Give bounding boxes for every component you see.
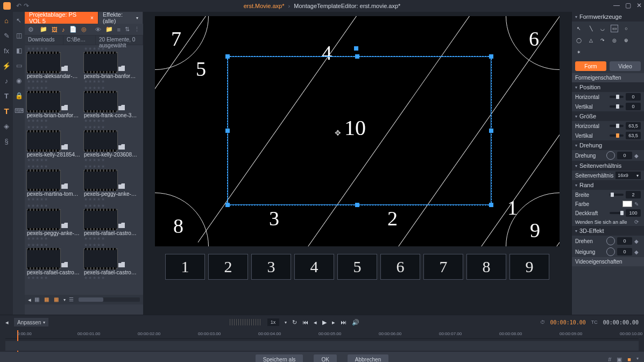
sect-videoeig[interactable]: Videoeigenschaften bbox=[572, 257, 644, 266]
handle-e[interactable] bbox=[489, 129, 493, 133]
scrub-bar[interactable] bbox=[230, 319, 262, 325]
aspect-select[interactable]: 16x9▾ bbox=[615, 172, 641, 179]
doc-icon[interactable]: 📄 bbox=[69, 26, 77, 33]
color-swatch[interactable] bbox=[622, 201, 632, 207]
val-pos-h[interactable]: 0 bbox=[626, 93, 641, 101]
record-icon[interactable]: ■ bbox=[627, 356, 631, 363]
zoom-dropdown-icon[interactable]: ▾ bbox=[285, 320, 287, 325]
form-button[interactable]: Form bbox=[575, 61, 606, 71]
triangle-icon[interactable]: △ bbox=[587, 37, 595, 44]
view-dropdown-icon[interactable]: ▾ bbox=[63, 297, 66, 302]
ellipse-icon[interactable]: ◯ bbox=[575, 37, 583, 44]
go-start-icon[interactable]: ⏮ bbox=[302, 319, 308, 325]
keyframe-slot[interactable]: 3 bbox=[251, 254, 291, 280]
slider-size-v[interactable] bbox=[610, 134, 624, 137]
tool-home-icon[interactable]: ⌂ bbox=[2, 16, 11, 25]
keyframe-slot[interactable]: 4 bbox=[294, 254, 334, 280]
more-dropdown-icon[interactable]: ▾ bbox=[636, 356, 639, 363]
undo-icon[interactable]: ↶ bbox=[16, 2, 22, 10]
tool-fx-icon[interactable]: fx bbox=[2, 46, 11, 55]
media-item[interactable]: ★★★★★pexels-kelly-203608…★★★★★ bbox=[84, 125, 138, 163]
eyedropper-icon[interactable]: ✎ bbox=[634, 201, 641, 207]
crumb-file[interactable]: erst.Movie.axp* bbox=[244, 3, 285, 9]
dial-neigung[interactable] bbox=[606, 247, 615, 256]
tool2-eye-icon[interactable]: ◉ bbox=[15, 76, 23, 85]
handle-se[interactable] bbox=[489, 203, 493, 207]
apply-all-icon[interactable]: ⟳ bbox=[634, 219, 641, 225]
media-item[interactable]: ★★★★★pexels-brian-banfor…★★★★★ bbox=[84, 46, 138, 84]
step-back-icon[interactable]: ◂ bbox=[314, 319, 317, 326]
pointer-icon[interactable]: ↖ bbox=[575, 25, 583, 32]
target-icon[interactable]: ◎ bbox=[81, 26, 87, 33]
timecode-position[interactable]: 00:00:00.00 bbox=[603, 320, 639, 325]
tool2-lock-icon[interactable]: 🔒 bbox=[15, 91, 23, 100]
slider-pos-h[interactable] bbox=[610, 96, 624, 98]
eye-icon[interactable]: 👁 bbox=[95, 26, 101, 33]
collapse-icon[interactable]: ◂ bbox=[5, 319, 9, 326]
tool-spiral-icon[interactable]: § bbox=[2, 137, 11, 145]
plus-icon[interactable]: ⊕ bbox=[622, 37, 630, 44]
folder-icon[interactable]: 📁 bbox=[40, 26, 47, 33]
loop-icon[interactable]: ↻ bbox=[292, 319, 297, 326]
zoom-level[interactable]: 1x bbox=[267, 318, 279, 326]
tool2-clip-icon[interactable]: ▭ bbox=[15, 61, 23, 70]
more-icon[interactable]: ⋮ bbox=[134, 26, 140, 33]
media-item[interactable]: ★★★★★pexels-peggy-anke-…★★★★★ bbox=[27, 203, 81, 242]
val-drehen[interactable]: 0 bbox=[617, 237, 632, 245]
grid-icon[interactable]: # bbox=[608, 356, 611, 363]
keyframe-slot[interactable]: 6 bbox=[380, 254, 420, 280]
val-size-v[interactable]: 63,5 bbox=[626, 132, 641, 139]
go-end-icon[interactable]: ⏭ bbox=[341, 319, 346, 325]
tool2-crop-icon[interactable]: ◫ bbox=[15, 31, 23, 40]
val-breite[interactable]: 2 bbox=[626, 191, 641, 198]
circle-icon[interactable]: ○ bbox=[622, 25, 630, 32]
save-as-button[interactable]: Speichern als bbox=[256, 354, 303, 362]
sect-groesse[interactable]: ▾Größe bbox=[572, 111, 644, 121]
video-button[interactable]: Video bbox=[610, 61, 641, 71]
handle-nw[interactable] bbox=[225, 54, 230, 59]
rotate-handle[interactable] bbox=[354, 46, 358, 51]
timeline[interactable]: 0:00.0000:00:01.0000:00:02.0000:00:03.00… bbox=[0, 329, 644, 352]
stepper-icon[interactable]: ◆ bbox=[634, 153, 641, 159]
crumb-editor[interactable]: MontageTemplateEditor: erst.movie.axp* bbox=[294, 3, 400, 9]
slider-breite[interactable] bbox=[610, 194, 624, 196]
media-item[interactable]: ★★★★★pexels-brian-banfor…★★★★★ bbox=[27, 86, 81, 124]
keyframe-slot[interactable]: 7 bbox=[423, 254, 463, 280]
cancel-button[interactable]: Abbrechen bbox=[348, 354, 388, 362]
sect-3d[interactable]: ▾3D-Effekt bbox=[572, 226, 644, 236]
tool2-adjust-icon[interactable]: ◧ bbox=[15, 46, 23, 55]
audio-icon[interactable]: ♪ bbox=[62, 26, 65, 33]
tab-project[interactable]: Projektablage: PS VOL 5 × bbox=[25, 12, 98, 24]
media-item[interactable]: ★★★★★pexels-martina-tom&…★★★★★ bbox=[27, 164, 81, 202]
sect-rand[interactable]: ▾Rand bbox=[572, 180, 644, 190]
image-icon[interactable]: 🖼 bbox=[52, 26, 58, 33]
zoom-slider[interactable] bbox=[79, 297, 140, 302]
sect-seit[interactable]: ▾Seitenverhältnis bbox=[572, 161, 644, 171]
dial-drehen[interactable] bbox=[606, 237, 615, 245]
keyframe-slot[interactable]: 9 bbox=[509, 254, 549, 280]
time-ruler[interactable]: 0:00.0000:00:01.0000:00:02.0000:00:03.00… bbox=[5, 330, 639, 339]
handle-w[interactable] bbox=[225, 129, 230, 133]
stepper-icon[interactable]: ◆ bbox=[634, 249, 641, 255]
sort-icon[interactable]: ⇅ bbox=[125, 26, 130, 33]
maximize-icon[interactable]: ▢ bbox=[625, 2, 631, 9]
rect-icon[interactable]: ▭ bbox=[611, 25, 618, 32]
redo-icon[interactable]: ↷ bbox=[24, 2, 29, 10]
handle-n[interactable] bbox=[355, 54, 359, 59]
handle-s[interactable] bbox=[355, 203, 359, 207]
minimize-icon[interactable]: — bbox=[613, 2, 620, 9]
media-item[interactable]: ★★★★★pexels-aleksandar-p…★★★★★ bbox=[27, 46, 81, 84]
sect-position[interactable]: ▾Position bbox=[572, 82, 644, 92]
ring-icon[interactable]: ◎ bbox=[611, 37, 618, 44]
view-grid-icon[interactable]: ▦ bbox=[44, 296, 51, 303]
tool-layers-icon[interactable]: ◈ bbox=[2, 122, 11, 130]
preview-canvas[interactable]: 7 5 4 6 8 3 2 1 9 10 ✥ bbox=[155, 16, 560, 246]
tool-music-icon[interactable]: ♪ bbox=[2, 76, 11, 85]
tool-text-icon[interactable]: T bbox=[2, 91, 11, 100]
slider-deck[interactable] bbox=[610, 212, 624, 214]
view-list-icon[interactable]: ▦ bbox=[34, 296, 41, 303]
line-icon[interactable]: ╲ bbox=[587, 25, 595, 32]
timeline-track[interactable] bbox=[5, 341, 639, 351]
dial-drehung[interactable] bbox=[606, 151, 615, 160]
play-icon[interactable]: ▶ bbox=[322, 319, 327, 326]
